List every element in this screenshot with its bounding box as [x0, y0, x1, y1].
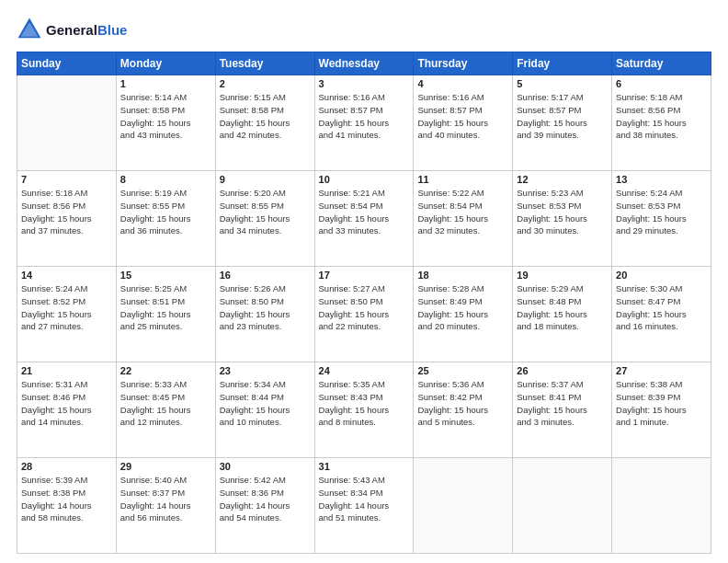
calendar-day-cell: 4Sunrise: 5:16 AMSunset: 8:57 PMDaylight… [414, 75, 513, 171]
day-number: 2 [220, 78, 311, 89]
calendar-day-cell [612, 458, 711, 554]
calendar-day-cell: 11Sunrise: 5:22 AMSunset: 8:54 PMDayligh… [414, 171, 513, 267]
day-info: Sunrise: 5:43 AMSunset: 8:34 PMDaylight:… [319, 474, 410, 524]
weekday-header-saturday: Saturday [612, 52, 711, 75]
day-number: 14 [21, 270, 112, 281]
calendar-day-cell: 3Sunrise: 5:16 AMSunset: 8:57 PMDaylight… [314, 75, 414, 171]
calendar-week-row: 21Sunrise: 5:31 AMSunset: 8:46 PMDayligh… [17, 362, 711, 458]
day-info: Sunrise: 5:36 AMSunset: 8:42 PMDaylight:… [417, 378, 508, 429]
calendar-week-row: 14Sunrise: 5:24 AMSunset: 8:52 PMDayligh… [17, 267, 711, 362]
calendar-day-cell: 15Sunrise: 5:25 AMSunset: 8:51 PMDayligh… [116, 267, 215, 362]
day-info: Sunrise: 5:19 AMSunset: 8:55 PMDaylight:… [120, 187, 211, 237]
calendar-week-row: 1Sunrise: 5:14 AMSunset: 8:58 PMDaylight… [17, 75, 711, 171]
day-info: Sunrise: 5:39 AMSunset: 8:38 PMDaylight:… [21, 474, 112, 524]
weekday-header-monday: Monday [116, 52, 215, 75]
calendar-day-cell: 25Sunrise: 5:36 AMSunset: 8:42 PMDayligh… [414, 362, 513, 458]
day-number: 30 [220, 461, 311, 472]
day-info: Sunrise: 5:33 AMSunset: 8:45 PMDaylight:… [120, 378, 211, 429]
calendar-day-cell: 7Sunrise: 5:18 AMSunset: 8:56 PMDaylight… [17, 171, 117, 267]
day-info: Sunrise: 5:30 AMSunset: 8:47 PMDaylight:… [616, 282, 707, 333]
day-number: 3 [319, 78, 410, 89]
calendar-day-cell: 18Sunrise: 5:28 AMSunset: 8:49 PMDayligh… [414, 267, 513, 362]
logo-text: GeneralBlue [46, 22, 127, 38]
calendar-day-cell: 26Sunrise: 5:37 AMSunset: 8:41 PMDayligh… [513, 362, 612, 458]
day-number: 13 [616, 174, 707, 185]
calendar-day-cell: 5Sunrise: 5:17 AMSunset: 8:57 PMDaylight… [513, 75, 612, 171]
day-info: Sunrise: 5:28 AMSunset: 8:49 PMDaylight:… [417, 282, 508, 333]
calendar-day-cell: 31Sunrise: 5:43 AMSunset: 8:34 PMDayligh… [314, 458, 414, 554]
day-number: 27 [616, 365, 707, 376]
day-number: 8 [120, 174, 211, 185]
day-number: 17 [319, 270, 410, 281]
day-info: Sunrise: 5:14 AMSunset: 8:58 PMDaylight:… [120, 91, 211, 142]
day-info: Sunrise: 5:20 AMSunset: 8:55 PMDaylight:… [220, 187, 311, 237]
weekday-header-row: SundayMondayTuesdayWednesdayThursdayFrid… [17, 52, 711, 75]
calendar-day-cell: 29Sunrise: 5:40 AMSunset: 8:37 PMDayligh… [116, 458, 215, 554]
day-number: 11 [417, 174, 508, 185]
day-number: 23 [220, 365, 311, 376]
calendar-day-cell: 19Sunrise: 5:29 AMSunset: 8:48 PMDayligh… [513, 267, 612, 362]
page: GeneralBlue SundayMondayTuesdayWednesday… [0, 0, 728, 563]
day-number: 6 [616, 78, 707, 89]
calendar-day-cell: 16Sunrise: 5:26 AMSunset: 8:50 PMDayligh… [215, 267, 314, 362]
calendar-week-row: 28Sunrise: 5:39 AMSunset: 8:38 PMDayligh… [17, 458, 711, 554]
day-number: 26 [517, 365, 608, 376]
day-info: Sunrise: 5:38 AMSunset: 8:39 PMDaylight:… [616, 378, 707, 429]
day-number: 20 [616, 270, 707, 281]
calendar-day-cell: 27Sunrise: 5:38 AMSunset: 8:39 PMDayligh… [612, 362, 711, 458]
calendar-day-cell: 2Sunrise: 5:15 AMSunset: 8:58 PMDaylight… [215, 75, 314, 171]
calendar-day-cell [414, 458, 513, 554]
calendar-day-cell: 22Sunrise: 5:33 AMSunset: 8:45 PMDayligh… [116, 362, 215, 458]
calendar-day-cell: 30Sunrise: 5:42 AMSunset: 8:36 PMDayligh… [215, 458, 314, 554]
calendar-day-cell: 12Sunrise: 5:23 AMSunset: 8:53 PMDayligh… [513, 171, 612, 267]
day-number: 16 [220, 270, 311, 281]
calendar-day-cell: 17Sunrise: 5:27 AMSunset: 8:50 PMDayligh… [314, 267, 414, 362]
day-info: Sunrise: 5:24 AMSunset: 8:53 PMDaylight:… [616, 187, 707, 237]
calendar-table: SundayMondayTuesdayWednesdayThursdayFrid… [17, 52, 711, 554]
weekday-header-tuesday: Tuesday [215, 52, 314, 75]
day-number: 18 [417, 270, 508, 281]
day-number: 15 [120, 270, 211, 281]
calendar-day-cell: 10Sunrise: 5:21 AMSunset: 8:54 PMDayligh… [314, 171, 414, 267]
day-info: Sunrise: 5:31 AMSunset: 8:46 PMDaylight:… [21, 378, 112, 429]
weekday-header-friday: Friday [513, 52, 612, 75]
calendar-day-cell [17, 75, 117, 171]
day-number: 29 [120, 461, 211, 472]
day-info: Sunrise: 5:16 AMSunset: 8:57 PMDaylight:… [319, 91, 410, 142]
calendar-day-cell: 28Sunrise: 5:39 AMSunset: 8:38 PMDayligh… [17, 458, 117, 554]
day-info: Sunrise: 5:40 AMSunset: 8:37 PMDaylight:… [120, 474, 211, 524]
calendar-day-cell: 6Sunrise: 5:18 AMSunset: 8:56 PMDaylight… [612, 75, 711, 171]
day-number: 10 [319, 174, 410, 185]
weekday-header-thursday: Thursday [414, 52, 513, 75]
day-info: Sunrise: 5:18 AMSunset: 8:56 PMDaylight:… [21, 187, 112, 237]
day-info: Sunrise: 5:18 AMSunset: 8:56 PMDaylight:… [616, 91, 707, 142]
day-number: 31 [319, 461, 410, 472]
day-info: Sunrise: 5:35 AMSunset: 8:43 PMDaylight:… [319, 378, 410, 429]
day-info: Sunrise: 5:42 AMSunset: 8:36 PMDaylight:… [220, 474, 311, 524]
header: GeneralBlue [17, 17, 711, 42]
day-info: Sunrise: 5:17 AMSunset: 8:57 PMDaylight:… [517, 91, 608, 142]
day-number: 22 [120, 365, 211, 376]
day-number: 24 [319, 365, 410, 376]
day-number: 28 [21, 461, 112, 472]
calendar-day-cell: 24Sunrise: 5:35 AMSunset: 8:43 PMDayligh… [314, 362, 414, 458]
day-info: Sunrise: 5:25 AMSunset: 8:51 PMDaylight:… [120, 282, 211, 333]
day-info: Sunrise: 5:15 AMSunset: 8:58 PMDaylight:… [220, 91, 311, 142]
day-info: Sunrise: 5:21 AMSunset: 8:54 PMDaylight:… [319, 187, 410, 237]
calendar-day-cell: 8Sunrise: 5:19 AMSunset: 8:55 PMDaylight… [116, 171, 215, 267]
day-number: 12 [517, 174, 608, 185]
day-info: Sunrise: 5:16 AMSunset: 8:57 PMDaylight:… [417, 91, 508, 142]
weekday-header-wednesday: Wednesday [314, 52, 414, 75]
logo: GeneralBlue [17, 17, 127, 42]
calendar-day-cell: 21Sunrise: 5:31 AMSunset: 8:46 PMDayligh… [17, 362, 117, 458]
calendar-day-cell [513, 458, 612, 554]
calendar-day-cell: 14Sunrise: 5:24 AMSunset: 8:52 PMDayligh… [17, 267, 117, 362]
calendar-day-cell: 9Sunrise: 5:20 AMSunset: 8:55 PMDaylight… [215, 171, 314, 267]
calendar-day-cell: 20Sunrise: 5:30 AMSunset: 8:47 PMDayligh… [612, 267, 711, 362]
calendar-day-cell: 13Sunrise: 5:24 AMSunset: 8:53 PMDayligh… [612, 171, 711, 267]
day-info: Sunrise: 5:37 AMSunset: 8:41 PMDaylight:… [517, 378, 608, 429]
day-number: 4 [417, 78, 508, 89]
day-info: Sunrise: 5:27 AMSunset: 8:50 PMDaylight:… [319, 282, 410, 333]
day-number: 21 [21, 365, 112, 376]
day-number: 19 [517, 270, 608, 281]
